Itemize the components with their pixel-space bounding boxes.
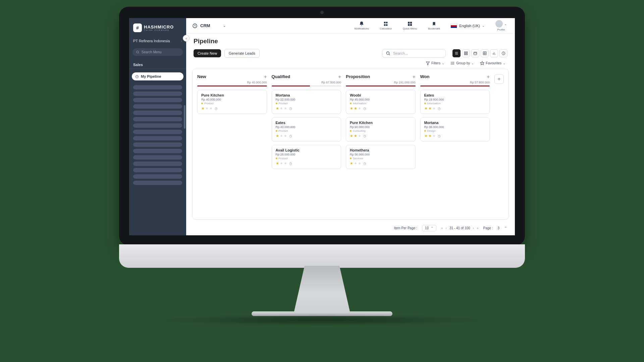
lead-card[interactable]: Homethera Rp 56.000.000 Services ★★★◷ <box>346 145 416 169</box>
chevron-down-icon: ⌄ <box>442 61 444 65</box>
card-footer: ★★★◷ <box>424 106 486 111</box>
clock-icon: ◷ <box>215 107 218 110</box>
filters-button[interactable]: Filters ⌄ <box>426 61 444 65</box>
column-total: Rp 191.000.000 <box>346 81 416 84</box>
language-selector[interactable]: English (UK) ⌄ <box>450 23 485 28</box>
tb-label: Quick Menu <box>403 27 417 30</box>
pager-next-button[interactable]: › <box>473 226 474 230</box>
view-chart-button[interactable] <box>490 49 498 57</box>
star-icon: ★ <box>350 134 353 138</box>
sidebar-item-my-pipeline[interactable]: My Pipeline <box>132 72 183 80</box>
sidebar-collapse-button[interactable]: ‹ <box>183 35 190 42</box>
search-placeholder: Search... <box>393 51 408 55</box>
bookmark-icon <box>432 21 436 26</box>
card-title: Eates <box>424 93 486 97</box>
lead-card[interactable]: Eates Rp 40.000.000 Product ★★★◷ <box>272 117 341 141</box>
column-total: Rp 87.500.000 <box>272 81 341 84</box>
notifications-button[interactable]: Notifications <box>354 21 369 30</box>
sidebar-scrollbar[interactable] <box>184 105 185 129</box>
language-label: English (UK) <box>459 24 480 28</box>
bookmark-button[interactable]: Bookmark <box>426 21 442 30</box>
view-kanban-button[interactable] <box>462 49 470 57</box>
pager-last-button[interactable]: » <box>477 226 479 230</box>
pager-prev-button[interactable]: ‹ <box>446 226 447 230</box>
view-activity-button[interactable] <box>499 49 507 57</box>
svg-point-36 <box>451 64 451 64</box>
svg-rect-8 <box>408 22 410 23</box>
view-list-button[interactable] <box>452 49 461 57</box>
kanban-board: New + Rp 40.000.000 Pure Kitchen Rp 40.0… <box>192 69 509 220</box>
lead-card[interactable]: Avail Logistic Rp 25.000.000 Product ★★★… <box>272 145 341 169</box>
per-page-selector[interactable]: 10 ⌃ <box>422 225 436 231</box>
chevron-right-icon: › <box>181 39 182 43</box>
star-icon: ★ <box>276 134 279 138</box>
kanban-column: Proposition + Rp 191.000.000 Woobi Rp 45… <box>346 74 416 213</box>
company-selector[interactable]: PT Refinera Indonesia › <box>129 36 186 46</box>
groupby-button[interactable]: Group by ⌄ <box>450 61 474 65</box>
card-tag: Information <box>424 102 486 105</box>
card-footer: ★★★◷ <box>350 134 412 138</box>
lead-card[interactable]: Woobi Rp 45.000.000 Information ★★★◷ <box>346 90 416 114</box>
view-calendar-button[interactable] <box>471 49 479 57</box>
column-progress <box>420 85 490 86</box>
imac-stand <box>288 266 356 313</box>
svg-rect-4 <box>384 22 386 23</box>
star-icon: ★ <box>280 134 283 138</box>
sidebar-search[interactable]: Search Menu <box>132 48 183 56</box>
imac-shadow <box>158 314 486 326</box>
view-grid-button[interactable] <box>481 49 489 57</box>
column-add-button[interactable]: + <box>264 74 267 79</box>
svg-rect-20 <box>466 54 468 55</box>
pager: « ‹ 31 - 41 of 100 › » <box>441 226 479 230</box>
create-new-button[interactable]: Create New <box>194 49 221 57</box>
per-page-value: 10 <box>425 226 429 230</box>
profile-button[interactable]: ⌄ Profile <box>493 20 509 31</box>
per-page-label: Item Per Page : <box>394 226 417 230</box>
svg-point-0 <box>137 51 139 53</box>
chevron-down-icon: ⌄ <box>503 61 505 65</box>
card-amount: Rp 40.000.000 <box>201 98 263 101</box>
sidebar-placeholder-list <box>129 82 186 235</box>
card-title: Eates <box>276 121 337 125</box>
favourites-button[interactable]: Favourites ⌄ <box>480 61 505 65</box>
svg-rect-11 <box>410 24 412 26</box>
app-screen: ‹ # HASHMICRO THINK FORWARD PT Refinera … <box>129 18 515 235</box>
column-title: Proposition <box>346 74 370 79</box>
lead-card[interactable]: Pure Kitchen Rp 40.000.000 Product ★★★◷ <box>197 90 267 114</box>
card-amount: Rp 38.000.000 <box>424 125 486 129</box>
svg-rect-5 <box>386 22 388 23</box>
tb-label: Notifications <box>354 27 369 30</box>
module-selector[interactable]: CRM ⌄ <box>192 23 232 28</box>
column-add-button[interactable]: + <box>338 74 341 79</box>
generate-leads-button[interactable]: Generate Leads <box>224 49 260 58</box>
column-add-button[interactable]: + <box>413 74 416 79</box>
lead-card[interactable]: Eates Rp 19.800.000 Information ★★★◷ <box>420 90 490 114</box>
company-name: PT Refinera Indonesia <box>133 39 170 43</box>
calculator-button[interactable]: Calculator <box>378 21 393 30</box>
svg-point-35 <box>451 63 451 63</box>
star-icon: ★ <box>428 106 432 111</box>
star-icon: ★ <box>350 161 353 166</box>
clock-icon: ◷ <box>438 134 441 138</box>
chevron-up-icon: ⌃ <box>504 226 507 230</box>
column-total: Rp 57.800.000 <box>420 81 490 84</box>
lead-card[interactable]: Mortana Rp 38.000.000 Design ★★★◷ <box>420 117 490 141</box>
card-tag: Product <box>276 129 337 132</box>
groupby-label: Group by <box>456 61 470 65</box>
column-progress <box>197 85 267 86</box>
add-column-button[interactable]: + <box>494 74 504 84</box>
column-add-button[interactable]: + <box>487 74 490 79</box>
lead-card[interactable]: Pure Kitchen Rp 90.000.000 Consulting ★★… <box>346 117 416 141</box>
camera-dot <box>320 11 324 14</box>
column-progress <box>346 85 416 86</box>
card-footer: ★★★◷ <box>276 134 337 138</box>
page-label: Page : <box>483 226 493 230</box>
lead-card[interactable]: Mortana Rp 22.500.000 Product ★★★◷ <box>272 90 341 114</box>
star-icon: ★ <box>358 134 361 138</box>
pager-first-button[interactable]: « <box>441 226 443 230</box>
kanban-column: New + Rp 40.000.000 Pure Kitchen Rp 40.0… <box>197 74 267 213</box>
quick-menu-button[interactable]: Quick Menu <box>402 21 418 30</box>
search-input[interactable]: Search... <box>382 49 446 58</box>
card-footer: ★★★◷ <box>201 106 263 111</box>
card-footer: ★★★◷ <box>350 161 412 166</box>
